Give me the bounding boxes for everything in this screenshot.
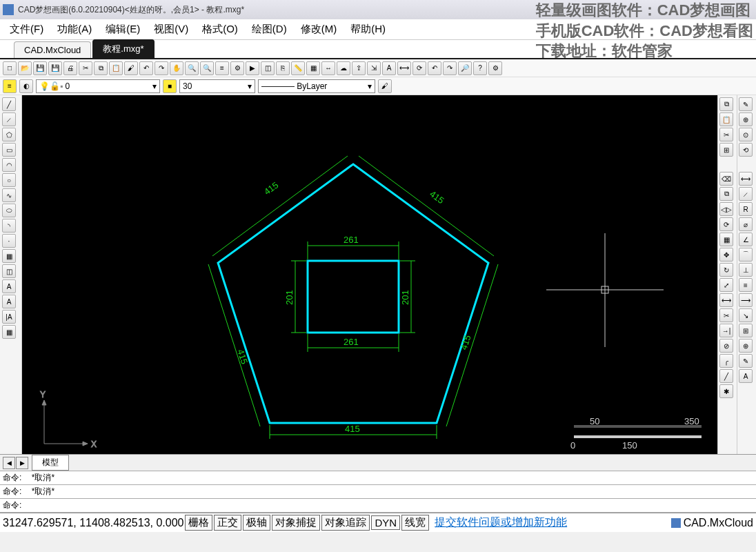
center-icon[interactable]: ⊕ [739, 339, 753, 353]
zoom-win-icon[interactable]: ⊙ [739, 128, 753, 141]
saveas-icon[interactable]: 💾 [48, 61, 62, 75]
dim-radius-icon[interactable]: R [739, 202, 753, 216]
copy-tool-icon[interactable]: ⧉ [719, 97, 733, 111]
menu-draw[interactable]: 绘图(D) [245, 20, 294, 39]
edit-icon[interactable]: ✎ [739, 97, 753, 111]
zoom-ext-icon[interactable]: ⊕ [739, 112, 753, 126]
mtext2-icon[interactable]: |A [2, 310, 16, 324]
explode-icon[interactable]: ✱ [719, 384, 733, 398]
tab-tutorial[interactable]: 教程.mxg* [92, 39, 154, 58]
osnap-toggle[interactable]: 对象捕捉 [272, 515, 320, 531]
copy-icon[interactable]: ⧉ [94, 61, 108, 75]
layers-icon[interactable]: ≡ [215, 61, 229, 75]
layer-combo[interactable]: 💡🔓▪ 0▾ [36, 79, 160, 93]
ellipse-icon[interactable]: ⬭ [2, 204, 16, 217]
style-icon[interactable]: A [382, 61, 396, 75]
ellipse-arc-icon[interactable]: ◝ [2, 219, 16, 233]
ortho-toggle[interactable]: 正交 [214, 515, 241, 531]
tab-cloud[interactable]: CAD.MxCloud [14, 41, 91, 58]
help-icon[interactable]: ? [473, 61, 487, 75]
extend-icon[interactable]: →| [719, 324, 733, 337]
dim-ordinate-icon[interactable]: ⊥ [739, 263, 753, 277]
dim-linear-icon[interactable]: ⟷ [739, 172, 753, 186]
tab-prev-icon[interactable]: ◀ [3, 457, 15, 469]
polygon-icon[interactable]: ⬠ [2, 128, 16, 141]
move-icon[interactable]: ✥ [719, 248, 733, 262]
dim-edit-icon[interactable]: ✎ [739, 354, 753, 368]
chamfer-icon[interactable]: ╱ [719, 369, 733, 383]
undo2-icon[interactable]: ↶ [428, 61, 441, 75]
cloud-icon[interactable]: ☁ [337, 61, 350, 75]
mirror-icon[interactable]: ◁▷ [719, 202, 733, 216]
tab-next-icon[interactable]: ▶ [16, 457, 28, 469]
lineweight-combo[interactable]: 30▾ [179, 79, 255, 93]
scale-icon[interactable]: ⤢ [719, 278, 733, 292]
measure-icon[interactable]: 📏 [291, 61, 305, 75]
window-tool-icon[interactable]: ⊞ [719, 143, 733, 157]
dim-style-icon[interactable]: A [739, 369, 753, 383]
menu-function[interactable]: 功能(A) [50, 20, 99, 39]
menu-help[interactable]: 帮助(H) [344, 20, 392, 39]
lwt-toggle[interactable]: 线宽 [401, 515, 429, 531]
dim-baseline-icon[interactable]: ≡ [739, 278, 753, 292]
leader-icon[interactable]: ↘ [739, 308, 753, 322]
color-icon[interactable]: ■ [163, 79, 177, 93]
pan-icon[interactable]: ✋ [170, 61, 183, 75]
dim-aligned-icon[interactable]: ⟋ [739, 187, 753, 201]
menu-edit[interactable]: 编辑(E) [99, 20, 147, 39]
find-icon[interactable]: 🔎 [458, 61, 472, 75]
match-icon[interactable]: 🖌 [124, 61, 138, 75]
dyn-toggle[interactable]: DYN [371, 515, 400, 530]
drawing-canvas[interactable]: 415 415 415 415 415 [22, 95, 717, 454]
cut-tool-icon[interactable]: ✂ [719, 128, 733, 141]
menu-format[interactable]: 格式(O) [195, 20, 245, 39]
menu-view[interactable]: 视图(V) [147, 20, 195, 39]
model-tab[interactable]: 模型 [32, 455, 69, 471]
fillet-icon[interactable]: ╭ [719, 354, 733, 368]
area-icon[interactable]: ▦ [306, 61, 320, 75]
rotate-icon[interactable]: ↻ [719, 263, 733, 277]
share-icon[interactable]: ⇪ [352, 61, 366, 75]
print-icon[interactable]: 🖨 [63, 61, 77, 75]
spline-icon[interactable]: ∿ [2, 188, 16, 202]
dist-icon[interactable]: ↔ [321, 61, 335, 75]
dim-arc-icon[interactable]: ⌒ [739, 248, 753, 262]
rectangle-icon[interactable]: ▭ [2, 143, 16, 157]
run-icon[interactable]: ▶ [246, 61, 259, 75]
dim-continue-icon[interactable]: ⟶ [739, 293, 753, 307]
paste-icon[interactable]: 📋 [109, 61, 123, 75]
dim-icon[interactable]: ⟷ [397, 61, 411, 75]
point-icon[interactable]: · [2, 234, 16, 248]
layer-state-icon[interactable]: ◐ [19, 79, 33, 93]
tolerance-icon[interactable]: ⊞ [739, 324, 753, 337]
command-input[interactable]: 命令: [0, 498, 756, 513]
paste-tool-icon[interactable]: 📋 [719, 112, 733, 126]
arc-icon[interactable]: ◠ [2, 158, 16, 172]
grid-toggle[interactable]: 栅格 [185, 515, 212, 531]
refresh-icon[interactable]: ⟳ [412, 61, 426, 75]
settings-icon[interactable]: ⚙ [488, 61, 502, 75]
zoom-icon[interactable]: 🔍 [185, 61, 199, 75]
pline-icon[interactable]: ⟋ [2, 112, 16, 126]
props-icon[interactable]: ⚙ [230, 61, 244, 75]
hatch-icon[interactable]: ▦ [2, 249, 16, 263]
brush-icon[interactable]: 🖌 [378, 79, 392, 93]
stretch-icon[interactable]: ⟷ [719, 293, 733, 307]
dim-diameter-icon[interactable]: ⌀ [739, 217, 753, 231]
text-icon[interactable]: A [2, 279, 16, 293]
linetype-combo[interactable]: ———— ByLayer▾ [258, 79, 375, 93]
open-icon[interactable]: 📂 [18, 61, 32, 75]
break-icon[interactable]: ⊘ [719, 339, 733, 353]
menu-modify[interactable]: 修改(M) [294, 20, 344, 39]
line-icon[interactable]: ╱ [2, 97, 16, 111]
mtext-icon[interactable]: A [2, 295, 16, 308]
feedback-link[interactable]: 提交软件问题或增加新功能 [435, 515, 567, 530]
save-icon[interactable]: 💾 [33, 61, 47, 75]
polar-toggle[interactable]: 极轴 [243, 515, 270, 531]
circle-icon[interactable]: ○ [2, 173, 16, 187]
export-icon[interactable]: ⇲ [367, 61, 381, 75]
otrack-toggle[interactable]: 对象追踪 [321, 515, 370, 531]
layer-manager-icon[interactable]: ≡ [3, 79, 17, 93]
undo-icon[interactable]: ↶ [139, 61, 153, 75]
redo2-icon[interactable]: ↷ [443, 61, 457, 75]
